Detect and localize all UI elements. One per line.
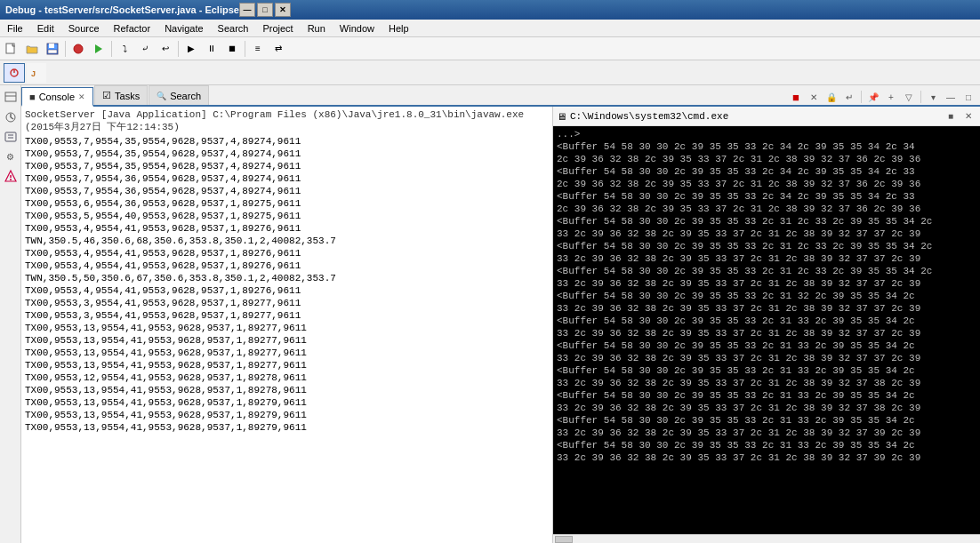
toolbar-stop[interactable]: ⏹ (222, 39, 242, 59)
console-line: TX00,9553,13,9554,41,9553,9628,9537,1,89… (25, 409, 549, 421)
toolbar-debug[interactable] (68, 39, 88, 59)
svg-marker-8 (95, 44, 102, 53)
console-line: TX00,9553,13,9554,41,9553,9628,9537,1,89… (25, 384, 549, 396)
console-open[interactable]: ▽ (901, 89, 917, 105)
toolbar-btn-3[interactable]: ≡ (248, 39, 268, 59)
console-panel: SocketServer [Java Application] C:\Progr… (21, 107, 553, 543)
menu-window[interactable]: Window (333, 20, 382, 36)
toolbar-run[interactable] (89, 39, 108, 59)
console-line: TWN,350.5,46,350.6,68,350.6,353.8,350.1,… (25, 235, 549, 247)
perspective-debug[interactable] (4, 63, 25, 83)
sidebar-icon-5[interactable] (2, 167, 20, 185)
menu-refactor[interactable]: Refactor (107, 20, 158, 36)
console-line: TX00,9553,13,9554,41,9553,9628,9537,1,89… (25, 334, 549, 347)
console-header-text: SocketServer [Java Application] C:\Progr… (25, 108, 549, 133)
menu-bar: File Edit Source Refactor Navigate Searc… (0, 20, 980, 37)
toolbar-btn-4[interactable]: ⇄ (269, 39, 288, 59)
menu-search[interactable]: Search (211, 20, 256, 36)
sidebar-icon-3[interactable] (2, 128, 20, 146)
perspective-java[interactable]: J (27, 63, 46, 83)
search-tab-label: Search (170, 91, 201, 101)
menu-run[interactable]: Run (301, 20, 333, 36)
cmd-btn-2[interactable]: ✕ (960, 108, 976, 124)
console-maximize[interactable]: □ (960, 89, 976, 105)
toolbar-btn-2[interactable]: ⏸ (202, 39, 221, 59)
console-new[interactable]: + (883, 89, 899, 105)
svg-point-22 (10, 179, 12, 180)
console-line: TX00,9553,7,9554,36,9554,9628,9537,4,892… (25, 185, 549, 197)
console-terminate-btn[interactable]: ■ (788, 89, 804, 105)
maximize-button[interactable]: □ (257, 3, 273, 17)
sidebar-icon-4[interactable]: ⚙ (2, 148, 20, 165)
sidebar-icon-2[interactable] (2, 108, 20, 126)
console-line: TX00,9553,12,9554,41,9553,9628,9537,1,89… (25, 371, 549, 384)
console-line: TX00,9553,3,9554,41,9553,9628,9537,1,892… (25, 309, 549, 322)
svg-text:J: J (31, 69, 36, 78)
console-line: TX00,9553,7,9554,35,9554,9628,9537,4,892… (25, 148, 549, 160)
console-line: TX00,9553,7,9554,35,9554,9628,9537,4,892… (25, 135, 549, 148)
menu-help[interactable]: Help (382, 20, 416, 36)
console-line: TX00,9553,4,9554,41,9553,9628,9537,1,892… (25, 222, 549, 235)
menu-file[interactable]: File (0, 20, 30, 36)
console-remove-btn[interactable]: ✕ (806, 89, 822, 105)
cmd-panel: 🖥 C:\Windows\system32\cmd.exe ■ ✕ ...> <… (553, 107, 980, 543)
tasks-tab-label: Tasks (115, 91, 140, 101)
cmd-scrollbar[interactable] (553, 534, 980, 543)
title-bar-controls[interactable]: — □ ✕ (239, 3, 291, 17)
console-minimize[interactable]: — (943, 89, 959, 105)
console-line: TX00,9553,3,9554,41,9553,9628,9537,1,892… (25, 297, 549, 309)
cmd-btn-1[interactable]: ■ (943, 108, 959, 124)
close-button[interactable]: ✕ (275, 3, 291, 17)
cmd-title-text: C:\Windows\system32\cmd.exe (570, 111, 728, 122)
console-line: TX00,9553,7,9554,35,9554,9628,9537,4,892… (25, 160, 549, 172)
toolbar-step-into[interactable]: ⤵ (115, 39, 134, 59)
tab-bar: ■ Console ✕ ☑ Tasks 🔍 Search ■ ✕ 🔒 ↵ 📌 (21, 85, 980, 107)
cmd-output[interactable]: ...> <Buffer 54 58 30 30 2c 39 35 35 33 … (553, 126, 980, 534)
cmd-window-icon: 🖥 (557, 111, 566, 122)
sidebar-icon-1[interactable] (2, 89, 20, 107)
toolbar-open[interactable] (22, 39, 42, 59)
search-tab-icon: 🔍 (157, 92, 166, 100)
title-bar-text: Debug - testServer/src/SocketServer.java… (5, 4, 239, 15)
console-tab-label: Console (39, 92, 75, 102)
console-output[interactable]: SocketServer [Java Application] C:\Progr… (21, 107, 552, 543)
console-scroll-lock[interactable]: 🔒 (823, 89, 839, 105)
console-line: TX00,9553,13,9554,41,9553,9628,9537,1,89… (25, 322, 549, 334)
console-tab-close[interactable]: ✕ (78, 92, 85, 101)
perspective-bar: J (0, 60, 980, 85)
console-pin[interactable]: 📌 (865, 89, 881, 105)
svg-point-7 (74, 44, 83, 53)
toolbar-btn-1[interactable]: ▶ (181, 39, 201, 59)
toolbar-step-return[interactable]: ↩ (156, 39, 175, 59)
console-line: TX00,9553,4,9554,41,9553,9628,9537,1,892… (25, 260, 549, 272)
menu-source[interactable]: Source (61, 20, 107, 36)
console-line: TX00,9553,13,9554,41,9553,9628,9537,1,89… (25, 347, 549, 359)
tab-tasks[interactable]: ☑ Tasks (94, 85, 148, 105)
console-lines: TX00,9553,7,9554,35,9554,9628,9537,4,892… (25, 135, 549, 434)
tab-search[interactable]: 🔍 Search (149, 85, 209, 105)
console-view-menu[interactable]: ▾ (925, 89, 941, 105)
main-area: ⚙ ■ Console ✕ ☑ Tasks 🔍 Search (0, 85, 980, 543)
console-sep (861, 91, 862, 103)
toolbar-save[interactable] (43, 39, 62, 59)
left-sidebar: ⚙ (0, 85, 21, 543)
toolbar-new[interactable] (2, 39, 21, 59)
console-line: TX00,9553,6,9554,36,9553,9628,9537,1,892… (25, 197, 549, 210)
minimize-button[interactable]: — (239, 3, 255, 17)
menu-edit[interactable]: Edit (30, 20, 61, 36)
menu-navigate[interactable]: Navigate (157, 20, 210, 36)
console-line: TX00,9553,4,9554,41,9553,9628,9537,1,892… (25, 284, 549, 297)
menu-project[interactable]: Project (255, 20, 300, 36)
tasks-tab-icon: ☑ (102, 90, 111, 101)
console-line: TX00,9553,13,9554,41,9553,9628,9537,1,89… (25, 396, 549, 409)
tab-console[interactable]: ■ Console ✕ (21, 87, 93, 107)
panels-container: SocketServer [Java Application] C:\Progr… (21, 107, 980, 543)
svg-rect-12 (5, 92, 16, 101)
toolbar-step-over[interactable]: ⤶ (135, 39, 155, 59)
console-word-wrap[interactable]: ↵ (841, 89, 857, 105)
title-bar: Debug - testServer/src/SocketServer.java… (0, 0, 980, 20)
toolbar-sep-2 (111, 41, 112, 57)
console-line: TX00,9553,5,9554,40,9553,9628,9537,1,892… (25, 210, 549, 222)
console-line: TX00,9553,13,9554,41,9553,9628,9537,1,89… (25, 359, 549, 371)
toolbar: ⤵ ⤶ ↩ ▶ ⏸ ⏹ ≡ ⇄ (0, 37, 980, 60)
